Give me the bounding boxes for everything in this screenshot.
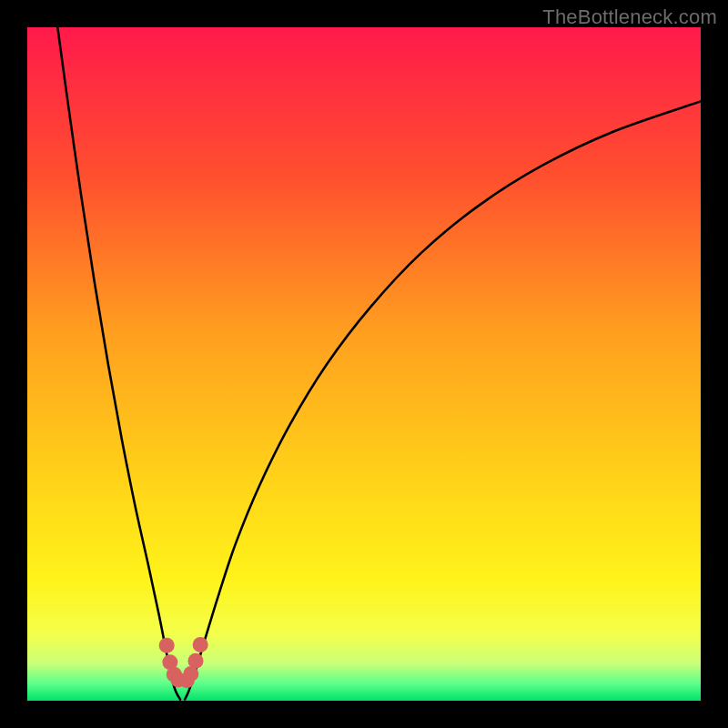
data-marker xyxy=(193,637,208,652)
data-marker xyxy=(187,653,203,669)
curve-layer xyxy=(27,27,701,701)
curve-right xyxy=(185,101,701,699)
chart-stage: TheBottleneck.com xyxy=(0,0,728,728)
data-marker xyxy=(159,638,175,653)
curve-left xyxy=(57,27,180,700)
marker-group xyxy=(159,637,208,688)
plot-area xyxy=(27,27,701,701)
watermark-text: TheBottleneck.com xyxy=(542,5,717,29)
